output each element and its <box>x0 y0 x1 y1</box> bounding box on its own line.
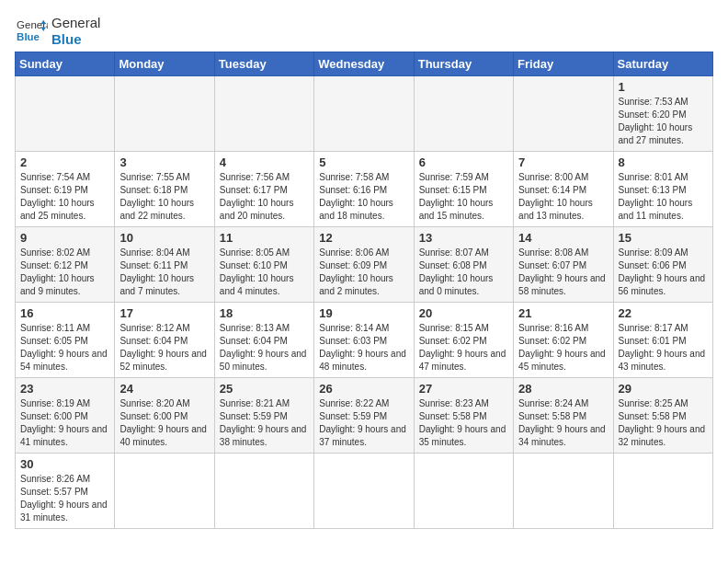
calendar-cell: 11Sunrise: 8:05 AMSunset: 6:10 PMDayligh… <box>214 227 313 303</box>
calendar-cell: 17Sunrise: 8:12 AMSunset: 6:04 PMDayligh… <box>115 303 214 378</box>
calendar-cell: 20Sunrise: 8:15 AMSunset: 6:02 PMDayligh… <box>414 303 513 378</box>
calendar-cell: 6Sunrise: 7:59 AMSunset: 6:15 PMDaylight… <box>414 152 513 227</box>
day-number: 15 <box>619 231 708 245</box>
day-info: Sunrise: 7:54 AMSunset: 6:19 PMDaylight:… <box>20 171 109 223</box>
day-number: 6 <box>419 155 508 169</box>
day-info: Sunrise: 8:20 AMSunset: 6:00 PMDaylight:… <box>119 397 209 449</box>
day-info: Sunrise: 8:04 AMSunset: 6:11 PMDaylight:… <box>119 247 209 298</box>
weekday-header-friday: Friday <box>514 52 613 76</box>
day-number: 13 <box>419 231 508 245</box>
calendar-cell: 4Sunrise: 7:56 AMSunset: 6:17 PMDaylight… <box>214 152 313 227</box>
day-number: 2 <box>20 155 109 169</box>
calendar-cell <box>16 76 115 152</box>
calendar-cell <box>613 454 712 529</box>
calendar-week-2: 2Sunrise: 7:54 AMSunset: 6:19 PMDaylight… <box>16 152 713 227</box>
day-number: 16 <box>20 306 109 320</box>
weekday-header-saturday: Saturday <box>613 52 712 76</box>
day-number: 22 <box>619 306 708 320</box>
day-info: Sunrise: 8:01 AMSunset: 6:13 PMDaylight:… <box>619 171 708 223</box>
day-info: Sunrise: 8:15 AMSunset: 6:02 PMDaylight:… <box>419 322 508 373</box>
calendar-week-1: 1Sunrise: 7:53 AMSunset: 6:20 PMDaylight… <box>16 76 713 152</box>
day-info: Sunrise: 8:06 AMSunset: 6:09 PMDaylight:… <box>319 247 408 298</box>
day-info: Sunrise: 8:02 AMSunset: 6:12 PMDaylight:… <box>20 247 109 298</box>
day-info: Sunrise: 7:53 AMSunset: 6:20 PMDaylight:… <box>619 96 708 147</box>
calendar-cell: 24Sunrise: 8:20 AMSunset: 6:00 PMDayligh… <box>115 378 214 454</box>
day-number: 5 <box>319 155 408 169</box>
logo-icon: General Blue <box>15 17 48 45</box>
calendar-cell: 2Sunrise: 7:54 AMSunset: 6:19 PMDaylight… <box>16 152 115 227</box>
day-number: 8 <box>619 155 708 169</box>
calendar-cell <box>414 454 513 529</box>
day-info: Sunrise: 8:00 AMSunset: 6:14 PMDaylight:… <box>518 171 608 223</box>
calendar-cell <box>514 454 613 529</box>
calendar-cell: 15Sunrise: 8:09 AMSunset: 6:06 PMDayligh… <box>613 227 712 303</box>
calendar-cell: 18Sunrise: 8:13 AMSunset: 6:04 PMDayligh… <box>214 303 313 378</box>
day-number: 18 <box>220 306 309 320</box>
day-info: Sunrise: 8:16 AMSunset: 6:02 PMDaylight:… <box>518 322 608 373</box>
day-number: 30 <box>20 457 109 471</box>
calendar-cell <box>214 454 313 529</box>
day-info: Sunrise: 8:14 AMSunset: 6:03 PMDaylight:… <box>319 322 408 373</box>
day-number: 23 <box>20 382 109 396</box>
calendar-cell: 23Sunrise: 8:19 AMSunset: 6:00 PMDayligh… <box>16 378 115 454</box>
day-info: Sunrise: 7:59 AMSunset: 6:15 PMDaylight:… <box>419 171 508 223</box>
calendar-week-3: 9Sunrise: 8:02 AMSunset: 6:12 PMDaylight… <box>16 227 713 303</box>
calendar-cell: 22Sunrise: 8:17 AMSunset: 6:01 PMDayligh… <box>613 303 712 378</box>
logo: General Blue General Blue <box>15 15 100 48</box>
day-number: 1 <box>619 80 708 94</box>
calendar-cell: 3Sunrise: 7:55 AMSunset: 6:18 PMDaylight… <box>115 152 214 227</box>
calendar-cell: 7Sunrise: 8:00 AMSunset: 6:14 PMDaylight… <box>514 152 613 227</box>
weekday-header-sunday: Sunday <box>16 52 115 76</box>
day-info: Sunrise: 8:24 AMSunset: 5:58 PMDaylight:… <box>518 397 608 449</box>
weekday-header-tuesday: Tuesday <box>214 52 313 76</box>
day-number: 29 <box>619 382 708 396</box>
day-number: 24 <box>119 382 209 396</box>
day-info: Sunrise: 8:23 AMSunset: 5:58 PMDaylight:… <box>419 397 508 449</box>
calendar-cell: 26Sunrise: 8:22 AMSunset: 5:59 PMDayligh… <box>314 378 414 454</box>
day-number: 21 <box>518 306 608 320</box>
day-info: Sunrise: 8:26 AMSunset: 5:57 PMDaylight:… <box>20 473 109 524</box>
day-number: 7 <box>518 155 608 169</box>
calendar-cell: 27Sunrise: 8:23 AMSunset: 5:58 PMDayligh… <box>414 378 513 454</box>
page-header: General Blue General Blue <box>15 15 713 48</box>
calendar-cell <box>314 454 414 529</box>
calendar-cell: 29Sunrise: 8:25 AMSunset: 5:58 PMDayligh… <box>613 378 712 454</box>
day-info: Sunrise: 8:09 AMSunset: 6:06 PMDaylight:… <box>619 247 708 298</box>
day-number: 3 <box>119 155 209 169</box>
calendar-cell <box>414 76 513 152</box>
calendar-cell: 14Sunrise: 8:08 AMSunset: 6:07 PMDayligh… <box>514 227 613 303</box>
day-info: Sunrise: 8:12 AMSunset: 6:04 PMDaylight:… <box>119 322 209 373</box>
day-number: 4 <box>220 155 309 169</box>
day-info: Sunrise: 7:55 AMSunset: 6:18 PMDaylight:… <box>119 171 209 223</box>
calendar-cell <box>314 76 414 152</box>
day-info: Sunrise: 8:05 AMSunset: 6:10 PMDaylight:… <box>220 247 309 298</box>
calendar-week-6: 30Sunrise: 8:26 AMSunset: 5:57 PMDayligh… <box>16 454 713 529</box>
calendar-cell <box>115 76 214 152</box>
calendar-cell <box>214 76 313 152</box>
calendar-week-5: 23Sunrise: 8:19 AMSunset: 6:00 PMDayligh… <box>16 378 713 454</box>
calendar-cell: 16Sunrise: 8:11 AMSunset: 6:05 PMDayligh… <box>16 303 115 378</box>
day-number: 27 <box>419 382 508 396</box>
svg-text:Blue: Blue <box>17 31 40 42</box>
calendar-cell: 10Sunrise: 8:04 AMSunset: 6:11 PMDayligh… <box>115 227 214 303</box>
day-info: Sunrise: 8:11 AMSunset: 6:05 PMDaylight:… <box>20 322 109 373</box>
day-number: 12 <box>319 231 408 245</box>
weekday-header-thursday: Thursday <box>414 52 513 76</box>
day-number: 10 <box>119 231 209 245</box>
day-info: Sunrise: 8:22 AMSunset: 5:59 PMDaylight:… <box>319 397 408 449</box>
calendar-cell: 21Sunrise: 8:16 AMSunset: 6:02 PMDayligh… <box>514 303 613 378</box>
day-number: 28 <box>518 382 608 396</box>
calendar-week-4: 16Sunrise: 8:11 AMSunset: 6:05 PMDayligh… <box>16 303 713 378</box>
calendar-table: SundayMondayTuesdayWednesdayThursdayFrid… <box>15 52 713 529</box>
day-info: Sunrise: 8:07 AMSunset: 6:08 PMDaylight:… <box>419 247 508 298</box>
day-info: Sunrise: 7:58 AMSunset: 6:16 PMDaylight:… <box>319 171 408 223</box>
calendar-cell: 1Sunrise: 7:53 AMSunset: 6:20 PMDaylight… <box>613 76 712 152</box>
calendar-cell: 19Sunrise: 8:14 AMSunset: 6:03 PMDayligh… <box>314 303 414 378</box>
day-info: Sunrise: 8:25 AMSunset: 5:58 PMDaylight:… <box>619 397 708 449</box>
day-number: 19 <box>319 306 408 320</box>
day-number: 9 <box>20 231 109 245</box>
day-number: 26 <box>319 382 408 396</box>
calendar-cell: 25Sunrise: 8:21 AMSunset: 5:59 PMDayligh… <box>214 378 313 454</box>
calendar-cell: 28Sunrise: 8:24 AMSunset: 5:58 PMDayligh… <box>514 378 613 454</box>
day-info: Sunrise: 8:13 AMSunset: 6:04 PMDaylight:… <box>220 322 309 373</box>
